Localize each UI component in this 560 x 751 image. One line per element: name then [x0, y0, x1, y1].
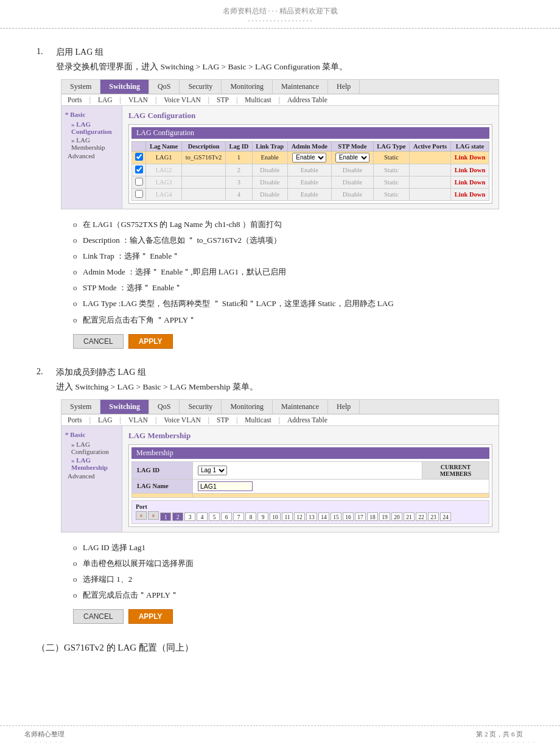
- sub-voicevlan-1[interactable]: Voice VLAN: [161, 96, 203, 104]
- port-num-18[interactable]: 18: [367, 512, 378, 521]
- sub-ports-2[interactable]: Ports: [65, 416, 85, 424]
- footer-right-dots: · · · · · · · · · · · ·: [476, 739, 536, 745]
- id-lag4: 4: [226, 188, 252, 200]
- nav-system-1[interactable]: System: [61, 80, 100, 94]
- check-lag3[interactable]: [135, 178, 143, 186]
- port-num-17[interactable]: 17: [355, 512, 366, 521]
- list-title-1: 启用 LAG 组: [56, 47, 103, 58]
- cancel-button-2[interactable]: CANCEL: [73, 609, 124, 624]
- stpmode-lag4: Disable: [331, 188, 373, 200]
- nav-qos-2[interactable]: QoS: [149, 400, 180, 414]
- apply-button-2[interactable]: APPLY: [128, 609, 173, 624]
- sidebar-lag-membership-1[interactable]: » LAG Membership: [65, 136, 118, 152]
- lagname-lag3: LAG3: [146, 176, 182, 188]
- stpmode-lag1[interactable]: Enable: [335, 153, 369, 162]
- nav-system-2[interactable]: System: [61, 400, 100, 414]
- nav-maintenance-2[interactable]: Maintenance: [273, 400, 328, 414]
- port-num-14[interactable]: 14: [318, 512, 329, 521]
- port-num-3[interactable]: 3: [184, 512, 195, 521]
- port-label: Port: [136, 503, 147, 510]
- nav-security-1[interactable]: Security: [180, 80, 222, 94]
- adminmode-lag1[interactable]: Enable: [292, 153, 326, 162]
- lagid-select[interactable]: Lag 1: [198, 466, 227, 475]
- apply-button-1[interactable]: APPLY: [128, 334, 173, 349]
- port-num-11[interactable]: 11: [282, 512, 293, 521]
- port-x-1[interactable]: ×: [136, 511, 147, 520]
- switch-main-2: LAG Membership Membership LAG ID Lag 1: [122, 426, 499, 532]
- port-num-21[interactable]: 21: [404, 512, 415, 521]
- main-title-2: LAG Membership: [128, 431, 492, 441]
- sub-multicast-2[interactable]: Multicast: [242, 416, 273, 424]
- sidebar-advanced-1[interactable]: Advanced: [65, 152, 118, 160]
- port-num-12[interactable]: 12: [294, 512, 305, 521]
- sub-multicast-1[interactable]: Multicast: [242, 96, 273, 104]
- nav-help-2[interactable]: Help: [328, 400, 360, 414]
- bullet-1-5: STP Mode ：选择＂ Enable＂: [73, 280, 523, 296]
- cancel-button-1[interactable]: CANCEL: [73, 334, 124, 349]
- port-num-15[interactable]: 15: [331, 512, 341, 521]
- sub-addresstable-1[interactable]: Address Table: [285, 96, 330, 104]
- nav-security-2[interactable]: Security: [180, 400, 222, 414]
- port-num-19[interactable]: 19: [379, 512, 390, 521]
- sub-lag-2[interactable]: LAG: [96, 416, 115, 424]
- page-header: 名师资料总结 · · · 精品资料欢迎下载 · · · · · · · · · …: [0, 0, 560, 29]
- nav-monitoring-2[interactable]: Monitoring: [222, 400, 273, 414]
- footer-left: 名师精心整理 · · · · · · · ·: [24, 730, 65, 745]
- linktrap-lag3: Disable: [252, 176, 287, 188]
- th-activeports: Active Ports: [410, 141, 451, 151]
- lagname-input[interactable]: [198, 481, 253, 491]
- port-num-20[interactable]: 20: [391, 512, 402, 521]
- port-num-22[interactable]: 22: [416, 512, 427, 521]
- sub-vlan-1[interactable]: VLAN: [126, 96, 150, 104]
- th-lagname: Lag Name: [146, 141, 182, 151]
- sidebar-lag-config-1[interactable]: » LAG Configuration: [65, 120, 118, 136]
- nav-monitoring-1[interactable]: Monitoring: [222, 80, 273, 94]
- nav-switching-2[interactable]: Switching: [100, 400, 149, 414]
- port-num-23[interactable]: 23: [428, 512, 439, 521]
- port-num-9[interactable]: 9: [257, 512, 268, 521]
- port-numbers-row: 123456789101112131415161718192021222324: [160, 512, 451, 521]
- nav-maintenance-1[interactable]: Maintenance: [273, 80, 328, 94]
- sidebar-advanced-2[interactable]: Advanced: [65, 472, 118, 480]
- sub-ports-1[interactable]: Ports: [65, 96, 85, 104]
- nav-switching-1[interactable]: Switching: [100, 80, 149, 94]
- lagname-lag4: LAG4: [146, 188, 182, 200]
- lagstate-lag4: Link Down: [451, 188, 489, 200]
- current-members-btn[interactable]: CURRENT MEMBERS: [422, 461, 489, 479]
- port-num-5[interactable]: 5: [209, 512, 220, 521]
- sidebar-lag-membership-2[interactable]: » LAG Membership: [65, 456, 118, 472]
- sub-addresstable-2[interactable]: Address Table: [285, 416, 330, 424]
- sub-stp-1[interactable]: STP: [214, 96, 231, 104]
- page-footer: 名师精心整理 · · · · · · · · 第 2 页，共 6 页 · · ·…: [0, 725, 560, 745]
- nav-qos-1[interactable]: QoS: [149, 80, 180, 94]
- port-x-2[interactable]: ×: [148, 511, 159, 520]
- port-num-13[interactable]: 13: [306, 512, 317, 521]
- list-num-label-2: 2.: [37, 367, 51, 378]
- port-num-16[interactable]: 16: [343, 512, 354, 521]
- bullet-2-4: 配置完成后点击＂APPLY＂: [73, 587, 523, 603]
- nav-help-1[interactable]: Help: [328, 80, 360, 94]
- th-check: [132, 141, 146, 151]
- sub-voicevlan-2[interactable]: Voice VLAN: [161, 416, 203, 424]
- check-lag4[interactable]: [135, 190, 143, 198]
- sub-lag-1[interactable]: LAG: [96, 96, 115, 104]
- sidebar-lag-config-2[interactable]: » LAG Configuration: [65, 440, 118, 456]
- check-lag1[interactable]: [135, 153, 143, 161]
- port-num-24[interactable]: 24: [440, 512, 451, 521]
- port-num-2[interactable]: 2: [172, 512, 183, 521]
- switch-body-2: * Basic » LAG Configuration » LAG Member…: [61, 426, 499, 532]
- port-num-10[interactable]: 10: [270, 512, 281, 521]
- port-num-4[interactable]: 4: [197, 512, 208, 521]
- port-num-1[interactable]: 1: [160, 512, 171, 521]
- port-num-8[interactable]: 8: [245, 512, 256, 521]
- desc-lag2: [181, 164, 226, 176]
- sub-stp-2[interactable]: STP: [214, 416, 231, 424]
- check-lag2[interactable]: [135, 166, 143, 173]
- port-num-6[interactable]: 6: [221, 512, 232, 521]
- linktrap-lag2: Disable: [252, 164, 287, 176]
- port-num-7[interactable]: 7: [233, 512, 244, 521]
- lagname-label: LAG Name: [132, 479, 193, 493]
- sub-vlan-2[interactable]: VLAN: [126, 416, 150, 424]
- stpmode-lag3: Disable: [331, 176, 373, 188]
- lagname-value: [193, 479, 489, 493]
